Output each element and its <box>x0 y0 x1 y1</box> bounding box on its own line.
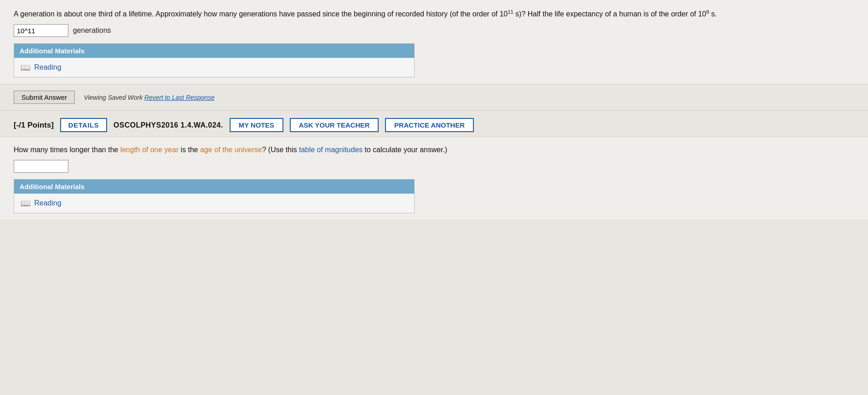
revert-link[interactable]: Revert to Last Response <box>144 94 215 101</box>
question2-section: How many times longer than the length of… <box>0 137 868 220</box>
question-code: OSCOLPHYS2016 1.4.WA.024. <box>113 121 223 129</box>
additional-materials-header-2: Additional Materials <box>14 180 414 194</box>
q2-colored2: age of the universe <box>200 146 262 154</box>
q2-colored1: length of one year <box>120 146 179 154</box>
reading-label-2: Reading <box>34 199 62 207</box>
q2-text-part4: to calculate your answer.) <box>363 146 447 154</box>
viewing-text: Viewing Saved Work <box>84 94 143 101</box>
q2-answer-input[interactable] <box>14 160 68 173</box>
points-label: [-/1 Points] <box>14 121 54 130</box>
points-row: [-/1 Points] DETAILS OSCOLPHYS2016 1.4.W… <box>0 111 868 137</box>
q2-text-part3: ? (Use this <box>262 146 299 154</box>
additional-materials-box-1: Additional Materials 📖 Reading <box>14 43 415 77</box>
q1-text-part1: A generation is about one third of a lif… <box>14 10 508 18</box>
reading-label-1: Reading <box>34 63 62 72</box>
ask-your-teacher-button[interactable]: ASK YOUR TEACHER <box>290 118 379 132</box>
additional-materials-header-1: Additional Materials <box>14 44 414 58</box>
question1-text: A generation is about one third of a lif… <box>14 8 854 20</box>
question1-section: A generation is about one third of a lif… <box>0 0 868 84</box>
page-container: A generation is about one third of a lif… <box>0 0 868 395</box>
q1-exp1: 11 <box>508 9 513 15</box>
reading-link-1[interactable]: 📖 Reading <box>21 62 408 72</box>
question2-text: How many times longer than the length of… <box>14 144 854 155</box>
details-button[interactable]: DETAILS <box>60 118 107 132</box>
q2-text-part1: How many times longer than the <box>14 146 120 154</box>
viewing-saved-text: Viewing Saved Work Revert to Last Respon… <box>84 94 215 101</box>
reading-link-2[interactable]: 📖 Reading <box>21 198 408 208</box>
q1-text-part2: s)? Half the life expectancy of a human … <box>514 10 706 18</box>
book-icon-1: 📖 <box>21 62 31 72</box>
q1-answer-input[interactable] <box>14 24 68 37</box>
my-notes-button[interactable]: MY NOTES <box>230 118 283 132</box>
practice-another-button[interactable]: PRACTICE ANOTHER <box>385 118 473 132</box>
book-icon-2: 📖 <box>21 198 31 208</box>
q1-answer-unit: generations <box>73 26 111 35</box>
submit-button[interactable]: Submit Answer <box>14 91 75 104</box>
q1-text-part3: s. <box>709 10 717 18</box>
submit-row: Submit Answer Viewing Saved Work Revert … <box>0 84 868 111</box>
additional-materials-box-2: Additional Materials 📖 Reading <box>14 179 415 213</box>
additional-materials-body-1: 📖 Reading <box>14 58 414 77</box>
q2-answer-row <box>14 160 854 173</box>
q2-colored3: table of magnitudes <box>299 146 363 154</box>
q1-answer-row: generations <box>14 24 854 37</box>
q2-text-part2: is the <box>179 146 200 154</box>
additional-materials-body-2: 📖 Reading <box>14 194 414 213</box>
